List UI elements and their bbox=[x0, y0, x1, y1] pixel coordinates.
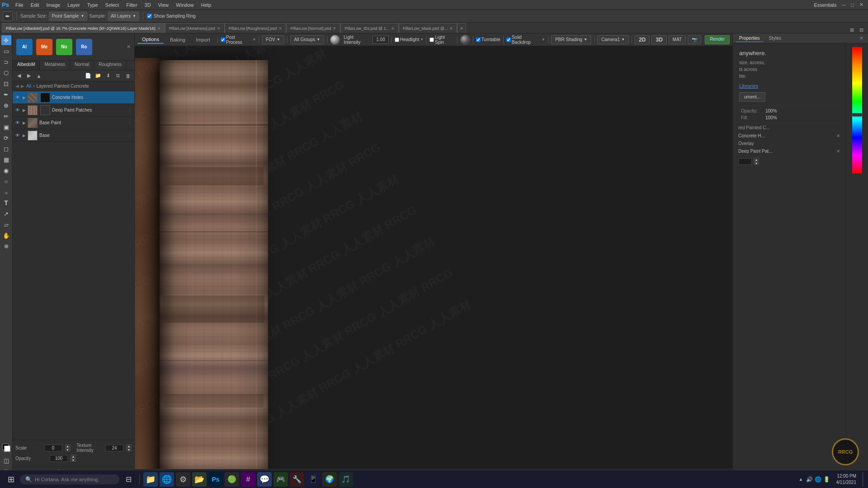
essentials-button[interactable]: Essentials bbox=[811, 1, 839, 9]
quick-select-tool[interactable]: ⬡ bbox=[1, 68, 11, 78]
path-select-tool[interactable]: ↗ bbox=[1, 209, 11, 219]
tab-metalness[interactable]: PillarLow [Metalness].psd ✕ bbox=[165, 23, 225, 33]
turntable-checkbox[interactable] bbox=[476, 38, 481, 42]
layer-tool-1[interactable]: 📄 bbox=[84, 72, 93, 80]
color-spectrum[interactable] bbox=[852, 47, 862, 174]
menu-layer[interactable]: Layer bbox=[64, 1, 84, 9]
blend-value-input[interactable] bbox=[738, 158, 752, 165]
sp-logo-blue2[interactable]: Ro bbox=[76, 39, 92, 55]
crop-tool[interactable]: ⊡ bbox=[1, 79, 11, 89]
fg-bg-colors[interactable] bbox=[1, 443, 11, 453]
layer-vis-icon-2[interactable]: 👁 bbox=[14, 107, 21, 113]
layer-tool-5[interactable]: 🗑 bbox=[123, 72, 132, 80]
tab-close-ids[interactable]: ✕ bbox=[391, 26, 395, 31]
solid-backdrop-label[interactable]: Solid Backdrop ▼ bbox=[506, 35, 546, 45]
rp-tab-styles[interactable]: Styles bbox=[765, 35, 785, 42]
tray-icon-3[interactable]: 🔋 bbox=[823, 476, 830, 483]
tb-app-3[interactable]: 📱 bbox=[306, 472, 321, 487]
layer-nav-back[interactable]: ◀ bbox=[14, 72, 24, 80]
start-button[interactable]: ⊞ bbox=[4, 472, 18, 487]
menu-select[interactable]: Select bbox=[102, 1, 123, 9]
show-sampling-ring-checkbox[interactable] bbox=[147, 14, 152, 19]
layer-item-concrete-holes[interactable]: 👁 ▶ Concrete Holes ⋮ bbox=[13, 91, 134, 104]
layer-tool-2[interactable]: 📁 bbox=[94, 72, 103, 80]
vp-tab-import[interactable]: Import bbox=[192, 36, 215, 43]
dodge-tool[interactable]: ○ bbox=[1, 176, 11, 186]
maximize-button[interactable]: □ bbox=[848, 1, 857, 9]
menu-window[interactable]: Window bbox=[172, 1, 197, 9]
spot-heal-tool[interactable]: ⊕ bbox=[1, 100, 11, 110]
camera-dropdown[interactable]: Camera1 ▼ bbox=[597, 35, 629, 44]
show-desktop-btn[interactable] bbox=[863, 472, 864, 487]
light-intensity-input[interactable] bbox=[373, 36, 389, 44]
layer-menu-base-paint[interactable]: ⋮ bbox=[126, 120, 132, 126]
scale-up[interactable]: ▲ bbox=[65, 444, 71, 448]
pbr-shading-dropdown[interactable]: PBR Shading ▼ bbox=[551, 35, 591, 44]
layer-nav-up[interactable]: ▲ bbox=[34, 72, 43, 80]
layer-menu-deep-paint[interactable]: ⋮ bbox=[126, 107, 132, 113]
tray-up-arrow[interactable]: ▲ bbox=[799, 477, 803, 482]
layer-nav-forward[interactable]: ▶ bbox=[24, 72, 33, 80]
layer-tab-roughness[interactable]: Roughness bbox=[94, 61, 127, 70]
post-process-checkbox[interactable] bbox=[221, 38, 225, 42]
zoom-tool[interactable]: ⊕ bbox=[1, 241, 11, 251]
tb-app-4[interactable]: 🌍 bbox=[322, 472, 337, 487]
quick-mask-button[interactable]: ◫ bbox=[1, 455, 11, 465]
cortana-search[interactable]: 🔍 Hi Cortana. Ask me anything. bbox=[20, 474, 119, 484]
light-sphere[interactable] bbox=[330, 35, 340, 45]
layer-expand-icon[interactable]: ▶ bbox=[23, 95, 26, 100]
menu-type[interactable]: Type bbox=[84, 1, 102, 9]
tab-close-metalness[interactable]: ✕ bbox=[217, 26, 221, 31]
tab-mask[interactable]: PillarLow_Mask.psd @... ✕ bbox=[399, 23, 457, 33]
op-up[interactable]: ▲ bbox=[71, 455, 76, 458]
brush-tool[interactable]: ✏ bbox=[1, 111, 11, 121]
open-document-btn[interactable]: ument... bbox=[739, 92, 765, 102]
light-spin-label[interactable]: Light Spin bbox=[429, 35, 454, 45]
tb-browser[interactable]: 🌐 bbox=[160, 472, 174, 487]
tray-icon-2[interactable]: 🌐 bbox=[815, 476, 821, 483]
view-2d-btn[interactable]: 2D bbox=[635, 35, 650, 44]
sp-logo-metalness[interactable]: Me bbox=[36, 39, 52, 55]
tab-close-normal[interactable]: ✕ bbox=[333, 26, 336, 31]
layer-tab-metalness[interactable]: Metalness bbox=[40, 61, 70, 70]
menu-edit[interactable]: Edit bbox=[27, 1, 43, 9]
eraser-tool[interactable]: ◻ bbox=[1, 144, 11, 154]
tb-slack[interactable]: # bbox=[241, 472, 255, 487]
tray-icon-1[interactable]: 🔊 bbox=[806, 476, 813, 483]
layer-menu-base[interactable]: ⋮ bbox=[126, 132, 132, 139]
rp-tab-properties[interactable]: Properties bbox=[736, 35, 764, 42]
show-sampling-ring-label[interactable]: Show Sampling Ring bbox=[147, 14, 196, 19]
opacity-input[interactable] bbox=[50, 455, 68, 462]
sample-size-dropdown[interactable]: Point Sample ▼ bbox=[49, 12, 87, 21]
marquee-tool[interactable]: ▭ bbox=[1, 46, 11, 56]
menu-image[interactable]: Image bbox=[43, 1, 64, 9]
view-mat-btn[interactable]: MAT bbox=[669, 35, 686, 44]
layer-item-deep-paint[interactable]: 👁 ▶ Deep Paint Patches ⋮ bbox=[13, 104, 134, 117]
ti-up[interactable]: ▲ bbox=[126, 444, 132, 448]
gradient-tool[interactable]: ▦ bbox=[1, 155, 11, 164]
tb-app-2[interactable]: 🔧 bbox=[290, 472, 304, 487]
tab-albedo[interactable]: PillarLow [AlbedoM].psd @ 16.7% (Concret… bbox=[2, 23, 165, 33]
tb-photoshop[interactable]: Ps bbox=[208, 472, 223, 487]
move-tool[interactable]: ✥ bbox=[1, 35, 11, 45]
tab-normal[interactable]: PillarLow [Normal].psd ✕ bbox=[286, 23, 340, 33]
view-3d-btn[interactable]: 3D bbox=[651, 35, 666, 44]
tab-ids[interactable]: PillarLow_IDs.psd @ 1... ✕ bbox=[340, 23, 399, 33]
tb-file-mgr[interactable]: 📂 bbox=[192, 472, 207, 487]
close-button[interactable]: ✕ bbox=[857, 1, 866, 9]
tab-roughness[interactable]: PillarLow [Roughness].psd ✕ bbox=[225, 23, 287, 33]
tb-chrome[interactable]: 🟢 bbox=[225, 472, 239, 487]
text-tool[interactable]: T bbox=[1, 198, 11, 208]
layer-tab-albedom[interactable]: AlbedoM bbox=[13, 61, 40, 70]
headlight-checkbox[interactable] bbox=[395, 38, 399, 42]
menu-filter[interactable]: Filter bbox=[123, 1, 141, 9]
sample-dropdown[interactable]: All Layers ▼ bbox=[108, 12, 139, 21]
layer-item-base-paint[interactable]: 👁 ▶ Base Paint ⋮ bbox=[13, 117, 134, 129]
blend-up[interactable]: ▲ bbox=[754, 158, 759, 161]
breadcrumb-all[interactable]: All bbox=[26, 84, 31, 89]
tb-settings[interactable]: ⚙ bbox=[176, 472, 190, 487]
tab-close-mask[interactable]: ✕ bbox=[449, 26, 453, 31]
tab-close-roughness[interactable]: ✕ bbox=[278, 26, 282, 31]
tb-app-5[interactable]: 🎵 bbox=[339, 472, 353, 487]
menu-view[interactable]: View bbox=[155, 1, 173, 9]
